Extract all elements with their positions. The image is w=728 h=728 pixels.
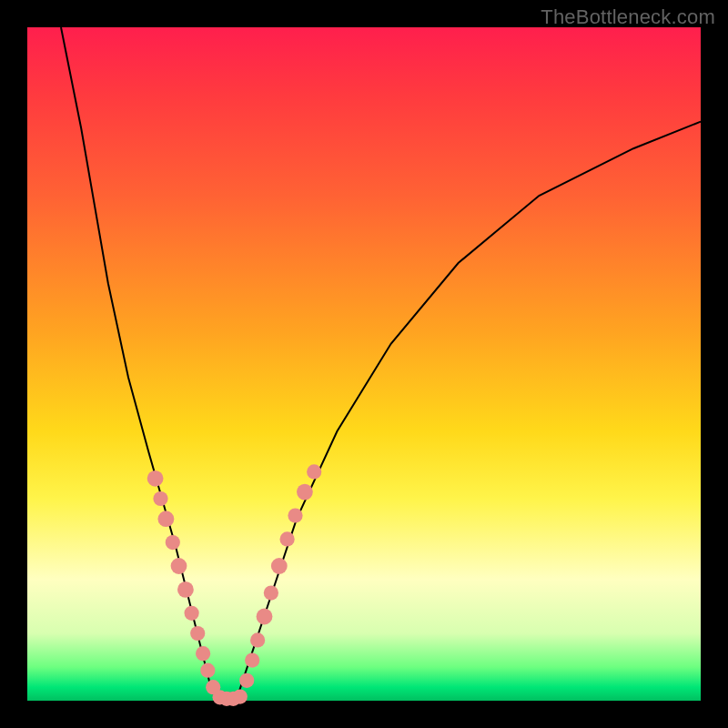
data-marker [200,663,215,678]
data-marker [250,632,265,647]
data-marker [297,484,313,500]
data-marker [239,673,254,688]
data-marker [257,609,273,625]
data-marker [147,470,164,487]
data-marker [153,491,167,506]
data-marker [245,653,259,668]
data-marker [177,581,194,598]
data-marker [185,606,199,621]
series-left-branch [61,27,216,701]
data-marker [264,586,278,601]
data-marker [280,531,295,546]
data-marker [307,464,321,479]
watermark-text: TheBottleneck.com [541,5,715,29]
data-marker [288,508,302,522]
series-right-branch [236,122,701,701]
data-marker [158,511,175,527]
data-marker [190,626,205,641]
data-marker [233,690,248,704]
marker-group [147,464,322,706]
chart-frame: TheBottleneck.com [0,0,728,728]
data-marker [271,558,288,574]
data-marker [196,646,210,661]
chart-svg [27,27,701,701]
plot-area [27,27,701,701]
data-marker [171,558,187,574]
data-marker [166,535,180,550]
